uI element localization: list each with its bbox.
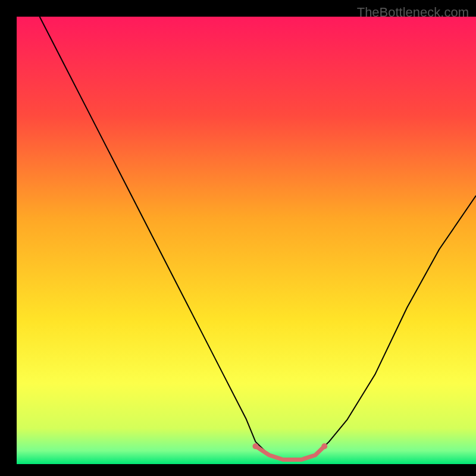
optimal-endpoint [321,443,327,449]
plot-background [17,17,476,464]
optimal-endpoint [252,443,258,449]
watermark-text: TheBottleneck.com [357,5,469,20]
bottleneck-chart: TheBottleneck.com [0,0,476,476]
chart-svg [0,0,476,476]
